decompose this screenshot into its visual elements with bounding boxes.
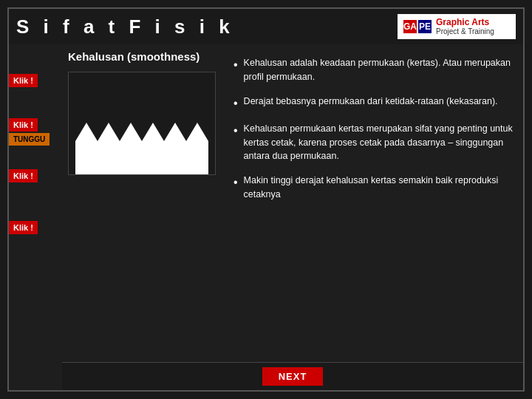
bullet-item-2: • Derajat bebasnya permukaan dari ketida… <box>233 95 514 112</box>
bottom-bar: NEXT <box>62 362 523 390</box>
bullet-text-2: Derajat bebasnya permukaan dari ketidak-… <box>244 95 498 109</box>
klik-btn-5[interactable]: Klik ! <box>9 221 38 234</box>
klik-btn-1[interactable]: Klik ! <box>9 74 38 87</box>
header: S i f a t F i s i k GA PE Graphic Arts P… <box>9 9 523 44</box>
logo-pe: PE <box>418 20 432 33</box>
right-panel: • Kehalusan adalah keadaan permukaan (ke… <box>225 44 523 362</box>
bullet-text-3: Kehalusan permukaan kertas merupakan sif… <box>244 122 514 163</box>
logo-icon: GA PE <box>403 20 432 33</box>
bullet-dot-3: • <box>233 123 238 139</box>
bullet-dot-1: • <box>233 57 238 73</box>
klik-btn-4[interactable]: Klik ! <box>9 169 38 183</box>
klik-btn-2[interactable]: Klik ! <box>9 118 38 132</box>
main-content: Klik ! Klik ! TUNGGU Klik ! Klik ! Kehal… <box>9 44 523 390</box>
page-title: S i f a t F i s i k <box>16 16 234 38</box>
sidebar: Klik ! Klik ! TUNGGU Klik ! Klik ! <box>9 44 62 390</box>
smoothness-image <box>68 72 216 175</box>
bullet-dot-2: • <box>233 95 238 112</box>
section-title: Kehalusan (smoothness) <box>68 44 219 69</box>
bullet-item-1: • Kehalusan adalah keadaan permukaan (ke… <box>233 56 514 84</box>
logo: GA PE Graphic Arts Project & Training <box>398 14 516 39</box>
tunggu-btn[interactable]: TUNGGU <box>9 133 50 146</box>
bullet-item-4: • Makin tinggi derajat kehalusan kertas … <box>233 174 514 202</box>
svg-marker-0 <box>75 123 208 174</box>
content-row: Kehalusan (smoothness) • Kehalusan <box>62 44 523 362</box>
bullet-item-3: • Kehalusan permukaan kertas merupakan s… <box>233 122 514 163</box>
next-button[interactable]: NEXT <box>262 367 324 386</box>
logo-ga: GA <box>403 20 417 33</box>
bullet-dot-4: • <box>233 174 238 191</box>
logo-line1: Graphic Arts <box>436 17 494 27</box>
left-image-col: Kehalusan (smoothness) <box>62 44 225 362</box>
logo-line2: Project & Training <box>436 27 494 36</box>
main-window: S i f a t F i s i k GA PE Graphic Arts P… <box>7 7 525 392</box>
bullet-text-1: Kehalusan adalah keadaan permukaan (kert… <box>244 56 514 84</box>
smoothness-svg <box>75 108 208 174</box>
logo-text: Graphic Arts Project & Training <box>436 17 494 36</box>
bullet-text-4: Makin tinggi derajat kehalusan kertas se… <box>244 174 514 202</box>
content-wrapper: Kehalusan (smoothness) • Kehalusan <box>62 44 523 390</box>
